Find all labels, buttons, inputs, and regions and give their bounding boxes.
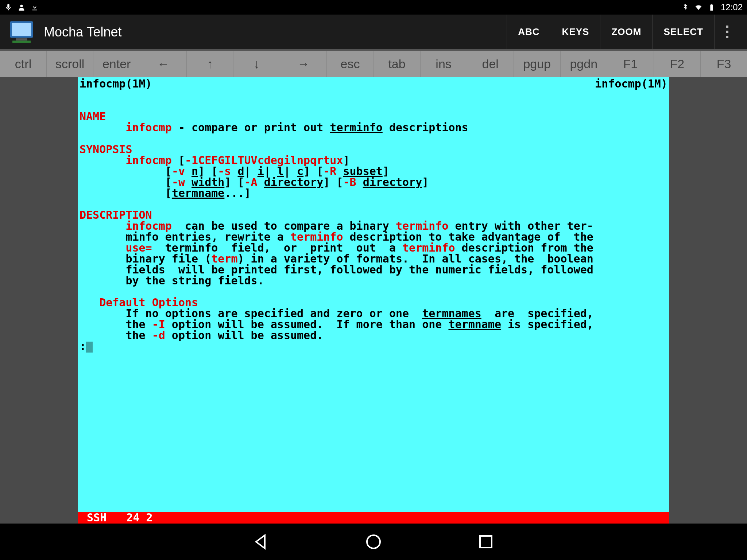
key-pgdn[interactable]: pgdn bbox=[561, 51, 607, 77]
svg-point-6 bbox=[367, 535, 380, 548]
key-f2[interactable]: F2 bbox=[654, 51, 701, 77]
man-header-left: infocmp(1M) bbox=[80, 78, 152, 89]
overflow-menu-button[interactable] bbox=[714, 15, 740, 49]
clock-text: 12:02 bbox=[721, 2, 743, 12]
battery-icon bbox=[708, 3, 716, 11]
key-esc[interactable]: esc bbox=[327, 51, 374, 77]
mic-icon bbox=[4, 3, 12, 11]
abc-button[interactable]: ABC bbox=[507, 15, 550, 49]
key-tab[interactable]: tab bbox=[374, 51, 421, 77]
key-f3[interactable]: F3 bbox=[701, 51, 747, 77]
key-ctrl[interactable]: ctrl bbox=[0, 51, 47, 77]
key-scroll[interactable]: scroll bbox=[47, 51, 93, 77]
key-del[interactable]: del bbox=[467, 51, 514, 77]
man-header-right: infocmp(1M) bbox=[595, 78, 667, 89]
wifi-icon bbox=[694, 3, 703, 11]
terminal-cursor bbox=[86, 342, 93, 353]
terminal-status-line: SSH 24 2 bbox=[78, 512, 669, 524]
key-up[interactable]: ↑ bbox=[187, 51, 233, 77]
svg-rect-4 bbox=[16, 38, 27, 40]
terminal-container: infocmp(1M)infocmp(1M) NAME infocmp - co… bbox=[0, 77, 747, 524]
svg-rect-7 bbox=[480, 536, 492, 548]
section-name: NAME bbox=[80, 110, 106, 123]
terminal-screen[interactable]: infocmp(1M)infocmp(1M) NAME infocmp - co… bbox=[78, 77, 669, 524]
select-button[interactable]: SELECT bbox=[652, 15, 714, 49]
svg-rect-5 bbox=[12, 40, 31, 43]
android-nav-bar bbox=[0, 524, 747, 560]
bluetooth-icon bbox=[681, 3, 689, 11]
keys-button[interactable]: KEYS bbox=[551, 15, 600, 49]
download-icon bbox=[31, 3, 39, 11]
key-left[interactable]: ← bbox=[140, 51, 187, 77]
app-title: Mocha Telnet bbox=[44, 24, 121, 40]
pager-prompt: : bbox=[80, 340, 86, 353]
key-f1[interactable]: F1 bbox=[607, 51, 654, 77]
key-enter[interactable]: enter bbox=[93, 51, 140, 77]
app-bar: Mocha Telnet ABC KEYS ZOOM SELECT bbox=[0, 15, 747, 49]
name-cmd: infocmp bbox=[125, 121, 171, 134]
function-key-row: ctrl scroll enter ← ↑ ↓ → esc tab ins de… bbox=[0, 51, 747, 77]
app-icon[interactable] bbox=[7, 18, 36, 46]
key-ins[interactable]: ins bbox=[421, 51, 467, 77]
key-pgup[interactable]: pgup bbox=[514, 51, 561, 77]
person-icon bbox=[18, 3, 26, 11]
android-status-bar: 12:02 bbox=[0, 0, 747, 15]
svg-rect-1 bbox=[711, 4, 712, 5]
svg-rect-0 bbox=[710, 5, 713, 11]
key-right[interactable]: → bbox=[280, 51, 327, 77]
back-button[interactable] bbox=[252, 533, 270, 551]
zoom-button[interactable]: ZOOM bbox=[600, 15, 652, 49]
recents-button[interactable] bbox=[477, 533, 495, 551]
svg-rect-3 bbox=[12, 23, 31, 36]
key-down[interactable]: ↓ bbox=[233, 51, 280, 77]
home-button[interactable] bbox=[365, 533, 382, 551]
